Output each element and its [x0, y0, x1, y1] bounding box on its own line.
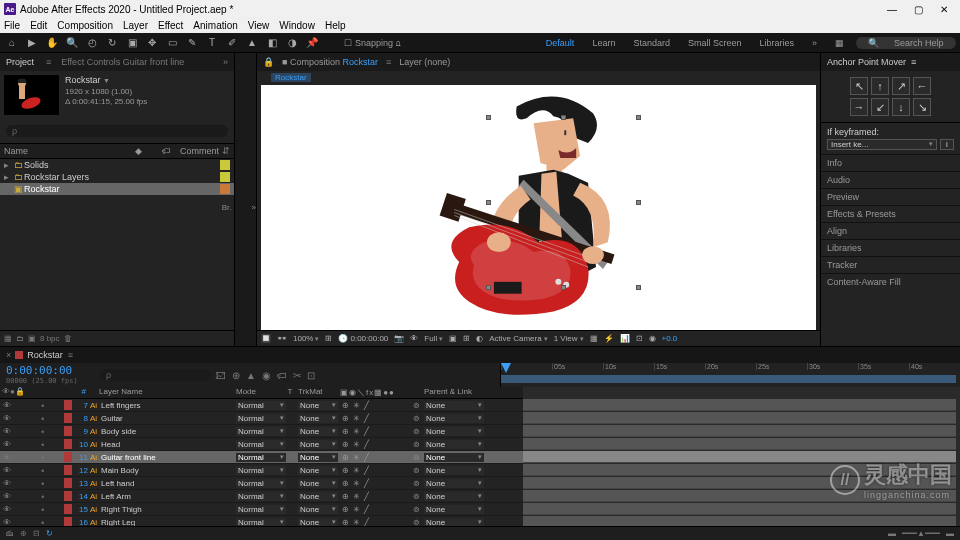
new-comp-icon[interactable]: ▣ — [28, 334, 36, 343]
exposure-value[interactable]: +0.0 — [662, 334, 678, 343]
ws-more-icon[interactable]: » — [806, 38, 823, 48]
tl-icon-7[interactable]: ⊡ — [307, 370, 315, 381]
zoom-tool-icon[interactable]: 🔍 — [64, 35, 80, 51]
col-comment[interactable]: Comment — [180, 146, 219, 156]
menu-layer[interactable]: Layer — [123, 20, 148, 31]
ws-standard[interactable]: Standard — [627, 38, 676, 48]
arrow-sw[interactable]: ↙ — [871, 98, 889, 116]
project-item[interactable]: ▸🗀Solids — [0, 159, 234, 171]
arrow-ne[interactable]: ↗ — [892, 77, 910, 95]
tl-icon-2[interactable]: ⊕ — [232, 370, 240, 381]
pen-tool-icon[interactable]: ✎ — [184, 35, 200, 51]
minimize-button[interactable]: — — [880, 4, 904, 15]
if-keyframed-info[interactable]: i — [940, 139, 954, 150]
menu-edit[interactable]: Edit — [30, 20, 47, 31]
layer-bar[interactable] — [523, 490, 956, 502]
mask-icon[interactable]: ◐ — [476, 334, 483, 343]
menu-composition[interactable]: Composition — [57, 20, 113, 31]
layer-bar[interactable] — [523, 451, 956, 463]
collapsed-panel[interactable]: »Br. — [235, 53, 257, 346]
tab-effect-controls[interactable]: Effect Controls Guitar front line — [61, 57, 184, 67]
text-tool-icon[interactable]: T — [204, 35, 220, 51]
arrow-s[interactable]: ↓ — [892, 98, 910, 116]
snapping-opts-icon[interactable]: ⩍ — [396, 38, 401, 48]
layer-bar[interactable] — [523, 503, 956, 515]
shape-tool-icon[interactable]: ▭ — [164, 35, 180, 51]
timeline-close-icon[interactable]: × — [6, 350, 11, 360]
comp-lock-icon[interactable]: 🔒 — [263, 57, 274, 67]
view-dropdown[interactable]: 1 View ▾ — [554, 334, 584, 343]
res-toggle-icon[interactable]: ⊞ — [325, 334, 332, 343]
panel-menu-icon[interactable]: » — [223, 57, 228, 67]
interpret-footage-icon[interactable]: ▦ — [4, 334, 12, 343]
panel-tracker[interactable]: Tracker — [821, 256, 960, 273]
tl-foot-1[interactable]: 🖮 — [6, 529, 14, 538]
hdr-trkmat[interactable]: TrkMat — [298, 387, 323, 398]
asset-dropdown-icon[interactable]: ▼ — [103, 77, 110, 84]
arrow-nw[interactable]: ↖ — [850, 77, 868, 95]
ws-default[interactable]: Default — [540, 38, 581, 48]
layer-bar[interactable] — [523, 464, 956, 476]
roto-tool-icon[interactable]: ◑ — [284, 35, 300, 51]
comp-color-swatch[interactable] — [15, 351, 23, 359]
project-item[interactable]: ▣Rockstar — [0, 183, 234, 195]
tab-composition[interactable]: ■ Composition Rockstar — [282, 57, 378, 67]
layer-row[interactable]: 👁▪10AiHeadNormal▾None▾⊕ ✳ ╱⊚None▾ — [0, 438, 523, 451]
puppet-tool-icon[interactable]: 📌 — [304, 35, 320, 51]
menu-view[interactable]: View — [248, 20, 270, 31]
hdr-parent[interactable]: Parent & Link — [424, 387, 472, 398]
stamp-tool-icon[interactable]: ▲ — [244, 35, 260, 51]
timeline-search-input[interactable]: ρ — [100, 369, 210, 381]
layer-bar[interactable] — [523, 399, 956, 411]
layer-row[interactable]: 👁▪15AiRight ThighNormal▾None▾⊕ ✳ ╱⊚None▾ — [0, 503, 523, 516]
rotate-tool-icon[interactable]: ↻ — [104, 35, 120, 51]
flowchart-comp[interactable]: Rockstar — [271, 73, 311, 82]
panel-libraries[interactable]: Libraries — [821, 239, 960, 256]
asset-thumbnail[interactable] — [4, 75, 59, 115]
menu-help[interactable]: Help — [325, 20, 346, 31]
fast-preview-icon[interactable]: ⚡ — [604, 334, 614, 343]
camera-dropdown[interactable]: Active Camera ▾ — [489, 334, 547, 343]
tl-icon-6[interactable]: ✂ — [293, 370, 301, 381]
layer-bar[interactable] — [523, 516, 956, 526]
tl-icon-5[interactable]: 🏷 — [277, 370, 287, 381]
close-button[interactable]: ✕ — [932, 4, 956, 15]
time-display[interactable]: 🕒 0:00:00:00 — [338, 334, 388, 343]
composition-viewer[interactable] — [261, 85, 816, 330]
selection-tool-icon[interactable]: ▶ — [24, 35, 40, 51]
layer-bar[interactable] — [523, 477, 956, 489]
layer-bar[interactable] — [523, 412, 956, 424]
ws-learn[interactable]: Learn — [586, 38, 621, 48]
channel-icon[interactable]: 👓 — [277, 334, 287, 343]
snapshot-icon[interactable]: 📷 — [394, 334, 404, 343]
layer-bar[interactable] — [523, 438, 956, 450]
show-snapshot-icon[interactable]: 👁 — [410, 334, 418, 343]
timeline-icon[interactable]: 📊 — [620, 334, 630, 343]
col-type-icon[interactable]: 🏷 — [152, 146, 180, 156]
orbit-tool-icon[interactable]: ◴ — [84, 35, 100, 51]
tl-zoom-out-icon[interactable]: ▬ — [888, 529, 896, 538]
snapping-checkbox[interactable]: ☐ — [344, 38, 352, 48]
menu-animation[interactable]: Animation — [193, 20, 237, 31]
grid-icon[interactable]: ⊞ — [463, 334, 470, 343]
project-search-input[interactable]: ρ — [6, 125, 228, 137]
tl-foot-4[interactable]: ↻ — [46, 529, 53, 538]
delete-icon[interactable]: 🗑 — [64, 334, 72, 343]
ws-libraries[interactable]: Libraries — [753, 38, 800, 48]
hdr-layer[interactable]: Layer Name — [98, 387, 233, 398]
ws-small[interactable]: Small Screen — [682, 38, 748, 48]
menu-window[interactable]: Window — [279, 20, 315, 31]
eraser-tool-icon[interactable]: ◧ — [264, 35, 280, 51]
camera-tool-icon[interactable]: ▣ — [124, 35, 140, 51]
tab-layer[interactable]: Layer (none) — [399, 57, 450, 67]
layer-row[interactable]: 👁▪8AiGuitarNormal▾None▾⊕ ✳ ╱⊚None▾ — [0, 412, 523, 425]
menu-file[interactable]: File — [4, 20, 20, 31]
arrow-n[interactable]: ↑ — [871, 77, 889, 95]
menu-effect[interactable]: Effect — [158, 20, 183, 31]
tab-project-menu-icon[interactable]: ≡ — [46, 57, 51, 67]
tl-zoom-slider[interactable]: ━━━▲━━━ — [902, 529, 940, 538]
anchor-tool-icon[interactable]: ✥ — [144, 35, 160, 51]
arrow-se[interactable]: ↘ — [913, 98, 931, 116]
arrow-w[interactable]: ← — [913, 77, 931, 95]
layer-row[interactable]: 👁▪16AiRight LegNormal▾None▾⊕ ✳ ╱⊚None▾ — [0, 516, 523, 526]
